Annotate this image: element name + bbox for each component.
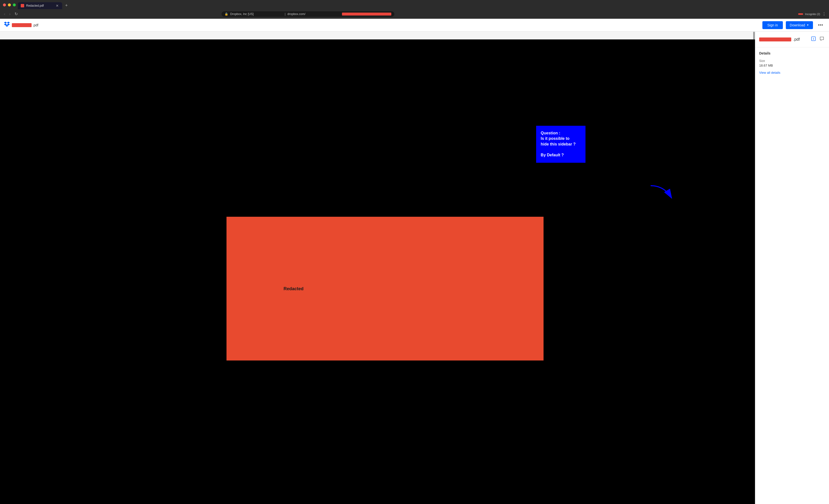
browser-chrome: Redacted.pdf ✕ + ‹ › ↻ 🔒 Dropbox, Inc [U… bbox=[0, 0, 829, 19]
annotation-arrow bbox=[649, 183, 674, 203]
omnibar-redacted-path bbox=[342, 12, 391, 15]
tab-bar: Redacted.pdf ✕ + bbox=[0, 0, 829, 9]
traffic-light-fullscreen[interactable] bbox=[13, 3, 16, 6]
size-value: 18.67 MB bbox=[759, 64, 825, 67]
redacted-rectangle: Redacted bbox=[226, 217, 544, 360]
dropbox-logo bbox=[4, 22, 10, 29]
sidebar: .pdf i Details Size 18. bbox=[755, 32, 829, 504]
comment-icon-button[interactable] bbox=[819, 36, 825, 43]
main-area: Question : Is it possible to hide this s… bbox=[0, 32, 829, 504]
header-actions: Sign in Download ▼ ••• bbox=[762, 21, 825, 29]
traffic-light-minimize[interactable] bbox=[8, 3, 11, 6]
address-bar[interactable]: 🔒 Dropbox, Inc [US] | dropbox.com/ bbox=[222, 11, 394, 17]
extensions-icon[interactable]: ⋮ bbox=[822, 11, 826, 16]
tab-favicon bbox=[21, 4, 24, 7]
signin-button[interactable]: Sign in bbox=[762, 21, 783, 29]
pdf-page: Question : Is it possible to hide this s… bbox=[0, 39, 755, 504]
svg-text:i: i bbox=[813, 37, 814, 40]
view-all-details-link[interactable]: View all details bbox=[759, 70, 825, 75]
profile-pill[interactable] bbox=[798, 13, 803, 15]
redacted-label: Redacted bbox=[284, 286, 303, 291]
scrollbar[interactable] bbox=[753, 32, 755, 39]
filename-extension: .pdf bbox=[33, 23, 38, 27]
annotation-box: Question : Is it possible to hide this s… bbox=[536, 126, 585, 163]
tab-title: Redacted.pdf bbox=[26, 4, 53, 7]
size-label: Size bbox=[759, 59, 825, 63]
pdf-viewer: Question : Is it possible to hide this s… bbox=[0, 32, 755, 504]
reload-button[interactable]: ↻ bbox=[13, 11, 19, 17]
omnibar-security-text: Dropbox, Inc [US] bbox=[230, 12, 283, 16]
back-button[interactable]: ‹ bbox=[3, 11, 6, 17]
browser-tab-active[interactable]: Redacted.pdf ✕ bbox=[18, 2, 62, 9]
browser-actions: Incognito (2) ⋮ bbox=[798, 11, 826, 16]
info-icon-button[interactable]: i bbox=[810, 36, 817, 43]
details-section-title: Details bbox=[759, 51, 825, 55]
security-lock-icon: 🔒 bbox=[224, 12, 228, 16]
omnibar-separator: | bbox=[285, 12, 285, 16]
forward-button[interactable]: › bbox=[8, 11, 11, 17]
app-header: .pdf Sign in Download ▼ ••• bbox=[0, 19, 829, 32]
sidebar-filename-redacted bbox=[759, 37, 791, 41]
annotation-text: Question : Is it possible to hide this s… bbox=[541, 130, 581, 158]
download-button[interactable]: Download ▼ bbox=[786, 21, 813, 29]
omnibar-row: ‹ › ↻ 🔒 Dropbox, Inc [US] | dropbox.com/… bbox=[0, 9, 829, 19]
sidebar-body: Details Size 18.67 MB View all details bbox=[755, 47, 829, 79]
filename-redacted-bar bbox=[12, 23, 32, 27]
download-dropdown-arrow: ▼ bbox=[806, 24, 809, 26]
pdf-toolbar bbox=[0, 32, 755, 39]
tab-close-button[interactable]: ✕ bbox=[55, 4, 59, 8]
sidebar-filename-ext: .pdf bbox=[793, 37, 800, 42]
traffic-light-close[interactable] bbox=[3, 3, 6, 6]
view-all-link-text[interactable]: View all details bbox=[759, 71, 781, 74]
new-tab-button[interactable]: + bbox=[63, 2, 70, 9]
sidebar-icon-buttons: i bbox=[810, 36, 825, 43]
more-options-button[interactable]: ••• bbox=[816, 21, 825, 29]
incognito-badge: Incognito (2) bbox=[805, 12, 820, 15]
omnibar-domain: dropbox.com/ bbox=[287, 12, 340, 16]
sidebar-header: .pdf i bbox=[755, 32, 829, 47]
file-name-header: .pdf bbox=[12, 23, 38, 27]
size-detail-item: Size 18.67 MB bbox=[759, 59, 825, 67]
